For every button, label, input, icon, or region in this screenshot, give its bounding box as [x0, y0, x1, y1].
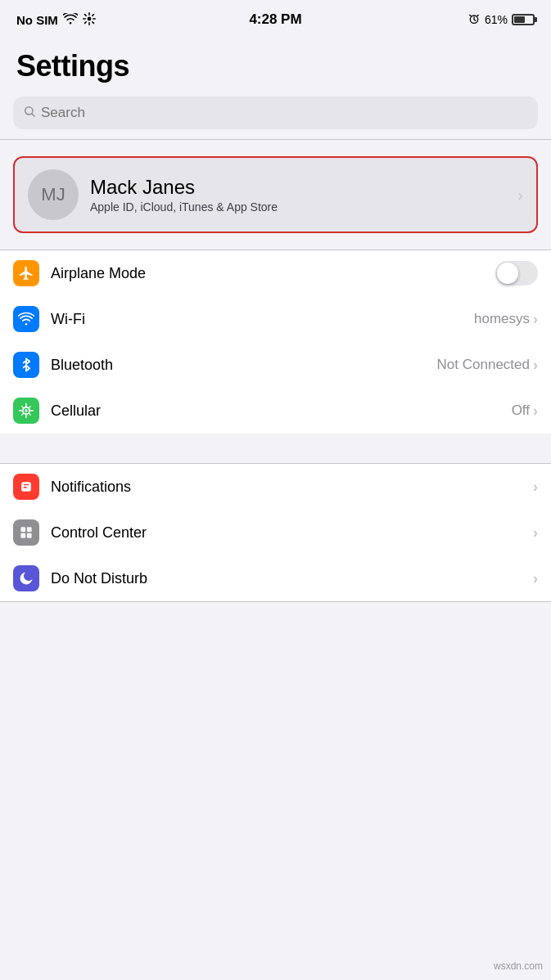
profile-name: Mack Janes	[90, 176, 511, 199]
airplane-mode-label: Airplane Mode	[51, 265, 495, 282]
do-not-disturb-icon-bg	[13, 565, 39, 591]
page-title-container: Settings	[0, 36, 551, 92]
settings-item-cellular[interactable]: Cellular Off ›	[0, 388, 551, 434]
profile-info: Mack Janes Apple ID, iCloud, iTunes & Ap…	[90, 176, 511, 214]
search-bar-container	[0, 92, 551, 139]
svg-point-12	[25, 409, 27, 411]
airplane-mode-toggle[interactable]	[495, 261, 538, 285]
search-bar[interactable]	[13, 97, 538, 129]
profile-chevron: ›	[517, 186, 523, 205]
settings-item-airplane-mode[interactable]: Airplane Mode	[0, 250, 551, 296]
do-not-disturb-right: ›	[533, 570, 538, 587]
svg-rect-19	[27, 533, 32, 538]
control-center-label: Control Center	[51, 524, 533, 542]
profile-section: MJ Mack Janes Apple ID, iCloud, iTunes &…	[0, 140, 551, 249]
airplane-icon	[18, 265, 34, 281]
status-right: 61%	[467, 12, 535, 28]
svg-point-0	[87, 16, 91, 20]
alarm-icon	[467, 12, 481, 28]
control-center-icon-bg	[13, 519, 39, 546]
page-title: Settings	[16, 49, 535, 83]
settings-group-2: Notifications › Control Center › Do No	[0, 464, 551, 601]
bluetooth-label: Bluetooth	[51, 357, 437, 374]
profile-subtitle: Apple ID, iCloud, iTunes & App Store	[90, 200, 511, 214]
carrier-label: No SIM	[16, 13, 58, 27]
svg-rect-15	[24, 487, 27, 488]
control-center-chevron: ›	[533, 524, 538, 542]
airplane-mode-icon-bg	[13, 260, 39, 286]
control-center-icon	[18, 524, 34, 541]
bluetooth-value: Not Connected	[437, 357, 530, 373]
moon-icon	[18, 570, 34, 587]
airplane-mode-right[interactable]	[495, 261, 538, 285]
svg-rect-16	[20, 527, 25, 532]
cellular-right: Off ›	[512, 402, 538, 420]
toggle-thumb	[497, 263, 518, 284]
battery-percent: 61%	[485, 13, 508, 26]
bluetooth-icon-bg	[13, 352, 39, 378]
notifications-icon-bg	[13, 474, 39, 500]
svg-rect-18	[20, 533, 25, 538]
svg-rect-14	[24, 484, 29, 486]
notifications-icon	[18, 479, 34, 495]
settings-item-do-not-disturb[interactable]: Do Not Disturb ›	[0, 555, 551, 601]
time-display: 4:28 PM	[249, 11, 301, 28]
section-gap-1	[0, 434, 551, 463]
wifi-chevron: ›	[533, 311, 538, 328]
wifi-status-icon	[63, 13, 78, 27]
status-left: No SIM	[16, 12, 96, 28]
settings-item-bluetooth[interactable]: Bluetooth Not Connected ›	[0, 342, 551, 388]
svg-line-5	[84, 14, 86, 16]
status-bar: No SIM 4:28 PM	[0, 0, 551, 36]
svg-rect-17	[27, 527, 32, 532]
cellular-icon	[18, 402, 34, 419]
avatar: MJ	[28, 169, 79, 220]
wifi-icon	[18, 311, 34, 327]
settings-item-notifications[interactable]: Notifications ›	[0, 464, 551, 510]
notifications-right: ›	[533, 479, 538, 496]
bluetooth-chevron: ›	[533, 357, 538, 374]
search-input[interactable]	[41, 105, 528, 121]
wifi-label: Wi-Fi	[51, 311, 474, 328]
profile-cell-wrapper: MJ Mack Janes Apple ID, iCloud, iTunes &…	[0, 148, 551, 241]
cellular-value: Off	[512, 402, 530, 419]
svg-line-7	[93, 14, 94, 16]
wifi-right: homesys ›	[474, 311, 538, 328]
bluetooth-icon	[18, 357, 34, 373]
settings-item-wifi[interactable]: Wi-Fi homesys ›	[0, 296, 551, 342]
svg-line-6	[93, 21, 94, 23]
control-center-right: ›	[533, 524, 538, 542]
search-icon	[23, 105, 36, 121]
battery-indicator	[512, 14, 535, 25]
notifications-chevron: ›	[533, 479, 538, 496]
bluetooth-right: Not Connected ›	[437, 357, 538, 374]
wifi-icon-bg	[13, 306, 39, 332]
signal-icon	[83, 12, 96, 28]
settings-item-control-center[interactable]: Control Center ›	[0, 510, 551, 555]
wifi-value: homesys	[474, 311, 530, 327]
profile-cell[interactable]: MJ Mack Janes Apple ID, iCloud, iTunes &…	[13, 156, 538, 233]
do-not-disturb-chevron: ›	[533, 570, 538, 587]
cellular-icon-bg	[13, 398, 39, 424]
notifications-label: Notifications	[51, 479, 533, 496]
cellular-label: Cellular	[51, 402, 512, 420]
svg-line-8	[84, 21, 86, 23]
separator-3	[0, 601, 551, 602]
settings-group-1: Airplane Mode Wi-Fi homesys ›	[0, 250, 551, 434]
watermark: wsxdn.com	[494, 960, 543, 972]
do-not-disturb-label: Do Not Disturb	[51, 570, 533, 587]
cellular-chevron: ›	[533, 402, 538, 420]
